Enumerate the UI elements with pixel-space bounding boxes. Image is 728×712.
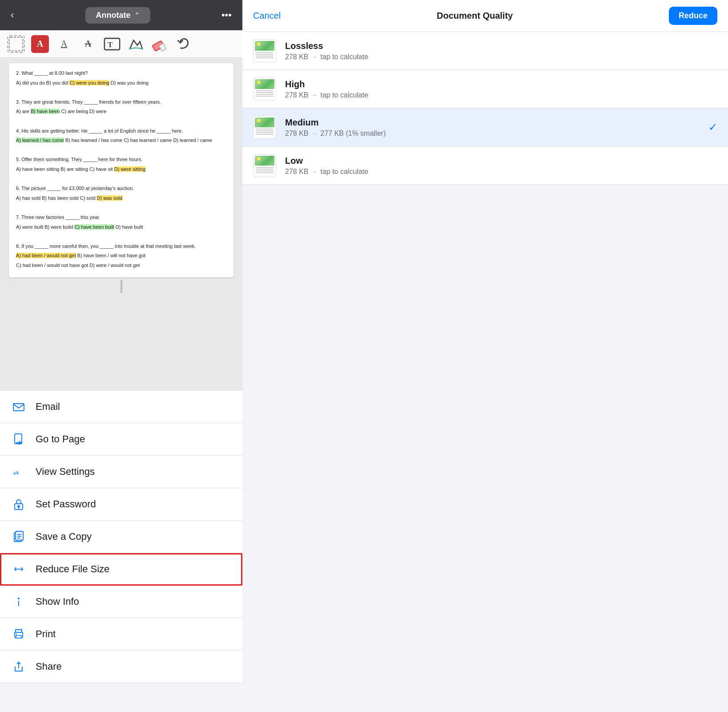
svg-text:aA: aA	[13, 470, 19, 475]
thumb-line	[256, 56, 274, 57]
text-outline-button[interactable]: A	[55, 35, 73, 53]
thumbnail-lines	[255, 166, 274, 174]
menu-item-view-settings[interactable]: aA View Settings	[0, 456, 242, 488]
thumb-line	[256, 172, 274, 173]
left-panel: ‹ Annotate ⌃ ••• A A A T	[0, 0, 242, 712]
doc-line	[16, 175, 226, 183]
lossless-arrow: →	[311, 53, 318, 61]
annotate-title-button[interactable]: Annotate ⌃	[85, 7, 150, 24]
scrollbar[interactable]	[121, 280, 122, 293]
medium-name: Medium	[285, 117, 703, 128]
lossless-size-from: 278 KB	[285, 53, 308, 61]
go-to-page-icon	[11, 431, 27, 447]
svg-rect-13	[16, 531, 23, 540]
thumbnail-lines	[255, 127, 274, 136]
quality-option-medium[interactable]: Medium 278 KB → 277 KB (1% smaller) ✓	[242, 109, 728, 146]
share-label: Share	[36, 661, 62, 672]
high-arrow: →	[311, 91, 318, 99]
selection-tool-button[interactable]	[7, 35, 25, 53]
medium-size-from: 278 KB	[285, 129, 308, 138]
thumb-line	[256, 129, 274, 129]
document-preview: 2. What _____ at 8.00 last night? A) did…	[0, 58, 242, 390]
draw-tool-button[interactable]	[127, 35, 145, 53]
menu-item-save-a-copy[interactable]: Save a Copy	[0, 521, 242, 553]
quality-option-low[interactable]: Low 278 KB → tap to calculate	[242, 147, 728, 185]
more-options-button[interactable]: •••	[218, 8, 235, 23]
thumb-line	[256, 170, 274, 171]
reduce-button[interactable]: Reduce	[669, 7, 717, 25]
go-to-page-label: Go to Page	[36, 433, 85, 445]
set-password-icon	[11, 496, 27, 512]
title-chevron-icon: ⌃	[134, 12, 140, 19]
quality-option-high[interactable]: High 278 KB → tap to calculate	[242, 70, 728, 108]
thumb-line	[256, 52, 274, 53]
quality-option-lossless[interactable]: Lossless 278 KB → tap to calculate	[242, 32, 728, 70]
thumb-line	[256, 90, 274, 91]
svg-rect-0	[9, 37, 23, 51]
set-password-label: Set Password	[36, 498, 96, 510]
menu-item-email[interactable]: Email	[0, 390, 242, 423]
thumbnail-lines	[255, 89, 274, 98]
print-label: Print	[36, 628, 56, 640]
menu-item-set-password[interactable]: Set Password	[0, 488, 242, 521]
toolbar: ‹ Annotate ⌃ •••	[0, 0, 242, 30]
print-icon	[11, 626, 27, 642]
text-highlight-red-button[interactable]: A	[31, 35, 49, 53]
thumb-line	[256, 54, 274, 55]
cancel-button[interactable]: Cancel	[253, 11, 281, 21]
text-box-button[interactable]: T	[103, 35, 121, 53]
thumbnail-image	[255, 79, 274, 89]
doc-line: A) learned / has come B) has learned / h…	[16, 137, 226, 145]
thumbnail-image	[255, 41, 274, 51]
thumb-line	[256, 134, 274, 135]
text-red-icon: A	[37, 39, 43, 49]
doc-line	[16, 233, 226, 241]
low-size-to: tap to calculate	[320, 168, 368, 176]
doc-line: 4. His skills are getting better. He ___…	[16, 127, 226, 135]
menu-item-print[interactable]: Print	[0, 618, 242, 651]
quality-options-list: Lossless 278 KB → tap to calculate	[242, 32, 728, 185]
view-settings-label: View Settings	[36, 466, 95, 477]
lossless-name: Lossless	[285, 41, 717, 51]
menu-item-go-to-page[interactable]: Go to Page	[0, 423, 242, 456]
back-button[interactable]: ‹	[7, 8, 17, 23]
undo-button[interactable]	[175, 35, 193, 53]
medium-size-to: 277 KB (1% smaller)	[320, 129, 386, 138]
high-thumbnail	[253, 77, 276, 101]
low-thumbnail	[253, 154, 276, 177]
doc-line	[16, 204, 226, 212]
toolbar-title-container: Annotate ⌃	[23, 7, 213, 24]
doc-line	[16, 117, 226, 125]
doc-line: A) are B) have been C) are being D) were	[16, 108, 226, 116]
email-icon	[11, 399, 27, 415]
thumb-line	[256, 92, 274, 93]
menu-item-reduce-file-size[interactable]: Reduce File Size	[0, 553, 242, 586]
right-panel-header: Cancel Document Quality Reduce	[242, 0, 728, 32]
thumbnail-image	[255, 117, 274, 127]
menu-item-show-info[interactable]: Show Info	[0, 586, 242, 618]
svg-rect-21	[16, 635, 21, 638]
show-info-label: Show Info	[36, 596, 79, 607]
selected-checkmark-icon: ✓	[708, 121, 717, 134]
high-name: High	[285, 79, 717, 89]
eraser-button[interactable]	[151, 35, 169, 53]
svg-rect-5	[13, 404, 24, 411]
high-size-from: 278 KB	[285, 91, 308, 99]
doc-line: A) had been / would not get B) have been…	[16, 252, 226, 260]
low-name: Low	[285, 156, 717, 166]
view-settings-icon: aA	[11, 464, 27, 480]
lossless-size: 278 KB → tap to calculate	[285, 53, 717, 61]
lossless-info: Lossless 278 KB → tap to calculate	[285, 41, 717, 61]
menu-item-share[interactable]: Share	[0, 651, 242, 683]
right-panel: Cancel Document Quality Reduce Lossless …	[242, 0, 728, 712]
save-a-copy-icon	[11, 529, 27, 545]
doc-line: 5. Offer them something. They _____ here…	[16, 156, 226, 164]
text-strikethrough-icon: A	[85, 39, 91, 49]
reduce-file-size-label: Reduce File Size	[36, 563, 109, 575]
thumbnail-lines	[255, 51, 274, 60]
doc-line	[16, 89, 226, 97]
svg-text:T: T	[108, 40, 113, 49]
text-strikethrough-button[interactable]: A	[79, 35, 97, 53]
low-size: 278 KB → tap to calculate	[285, 168, 717, 176]
thumbnail-image	[255, 156, 274, 166]
